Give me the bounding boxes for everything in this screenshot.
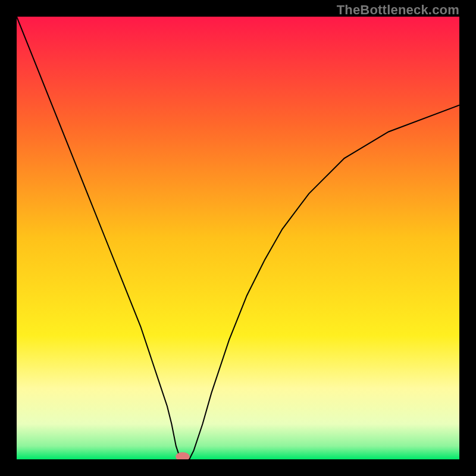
chart-svg (17, 17, 459, 459)
chart-frame: TheBottleneck.com (0, 0, 476, 476)
watermark-text: TheBottleneck.com (337, 2, 459, 18)
plot-area (17, 17, 459, 459)
background-gradient (17, 17, 459, 459)
